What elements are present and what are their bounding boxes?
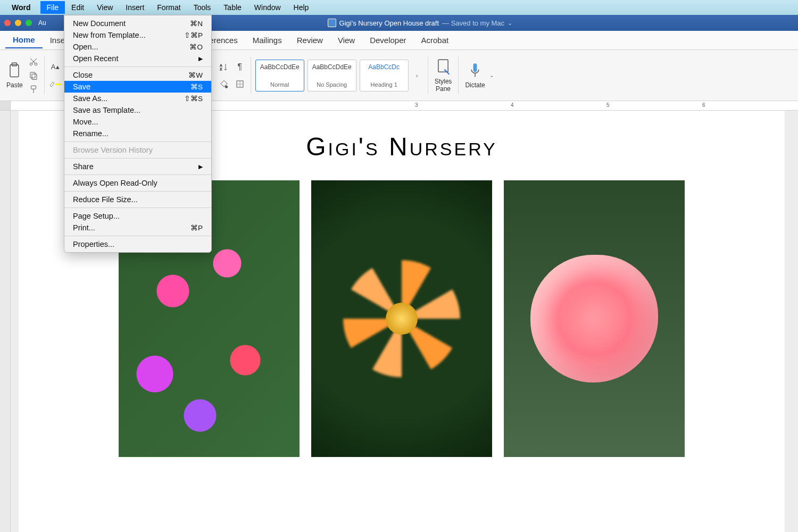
menu-window[interactable]: Window [248,1,287,14]
sort-button[interactable]: AZ [218,61,230,73]
menu-item-new-from-template[interactable]: New from Template...⇧⌘P [64,29,211,41]
menu-item-print[interactable]: Print...⌘P [64,222,211,234]
svg-text:A: A [220,63,222,66]
svg-rect-5 [32,74,37,80]
menu-item-save[interactable]: Save⌘S [64,81,211,93]
tab-home[interactable]: Home [5,32,43,48]
shading-button[interactable] [218,78,230,90]
svg-rect-16 [438,60,448,72]
paste-label: Paste [6,81,23,89]
tab-review[interactable]: Review [289,32,330,48]
highlight-color-button[interactable] [49,78,62,90]
minimize-window-button[interactable] [15,20,21,26]
menu-item-reduce-file-size[interactable]: Reduce File Size... [64,194,211,205]
save-status: — Saved to my Mac [442,19,504,27]
menu-format[interactable]: Format [151,1,187,14]
vertical-ruler[interactable] [0,111,11,532]
macos-menubar: Word FileEditViewInsertFormatToolsTableW… [0,0,798,15]
zoom-window-button[interactable] [26,20,32,26]
traffic-lights [4,20,32,26]
menu-item-open-recent[interactable]: Open Recent▶ [64,53,211,64]
file-menu-dropdown: New Document⌘NNew from Template...⇧⌘POpe… [64,15,212,253]
menu-item-new-document[interactable]: New Document⌘N [64,18,211,29]
menu-item-move[interactable]: Move... [64,116,211,128]
close-window-button[interactable] [4,20,11,26]
inserted-image[interactable] [504,180,685,457]
dictate-button[interactable]: Dictate [463,60,487,91]
menu-edit[interactable]: Edit [65,1,90,14]
inserted-image[interactable] [311,180,492,457]
style-normal[interactable]: AaBbCcDdEeNormal [255,60,304,92]
menu-tools[interactable]: Tools [187,1,218,14]
submenu-arrow-icon: ▶ [198,55,203,62]
chevron-down-icon[interactable]: ⌄ [489,72,494,78]
svg-rect-0 [10,64,19,77]
menu-file[interactable]: File [40,1,65,14]
format-painter-button[interactable] [27,83,40,96]
styles-pane-button[interactable]: Styles Pane [433,56,454,95]
style-no-spacing[interactable]: AaBbCcDdEeNo Spacing [307,60,356,92]
app-name[interactable]: Word [12,3,31,12]
tab-acrobat[interactable]: Acrobat [414,32,456,48]
document-title[interactable]: Gigi's Nursery Open House draft [339,19,439,27]
menu-help[interactable]: Help [287,1,315,14]
menu-item-close[interactable]: Close⌘W [64,69,211,81]
document-icon [328,19,336,27]
menu-item-rename[interactable]: Rename... [64,128,211,139]
menu-item-save-as-template[interactable]: Save as Template... [64,104,211,116]
borders-button[interactable] [234,78,246,90]
svg-rect-6 [31,86,36,89]
copy-button[interactable] [27,69,40,82]
menu-item-share[interactable]: Share▶ [64,161,211,172]
svg-rect-4 [30,72,35,78]
menu-item-browse-version-history: Browse Version History [64,144,211,156]
styles-pane-label: Styles Pane [435,78,452,93]
menu-item-open[interactable]: Open...⌘O [64,41,211,53]
svg-rect-17 [473,63,477,72]
submenu-arrow-icon: ▶ [198,163,203,170]
menu-table[interactable]: Table [217,1,247,14]
autosave-toggle-label[interactable]: Au [38,19,46,27]
menu-item-page-setup[interactable]: Page Setup... [64,210,211,222]
menu-view[interactable]: View [90,1,119,14]
styles-more-button[interactable]: › [411,69,423,82]
show-marks-button[interactable]: ¶ [234,61,246,73]
tab-view[interactable]: View [330,32,362,48]
tab-mailings[interactable]: Mailings [245,32,289,48]
cut-button[interactable] [27,55,40,68]
menu-item-save-as[interactable]: Save As...⇧⌘S [64,93,211,104]
tab-developer[interactable]: Developer [362,32,413,48]
increase-font-button[interactable]: A▴ [49,61,62,73]
chevron-down-icon[interactable]: ⌄ [508,20,512,27]
dictate-label: Dictate [465,81,485,89]
menu-item-always-open-read-only[interactable]: Always Open Read-Only [64,177,211,189]
menu-insert[interactable]: Insert [119,1,151,14]
paste-button[interactable]: Paste [4,60,25,91]
style-heading-1[interactable]: AaBbCcDcHeading 1 [360,60,409,92]
svg-text:Z: Z [220,68,222,71]
menu-item-properties[interactable]: Properties... [64,238,211,250]
